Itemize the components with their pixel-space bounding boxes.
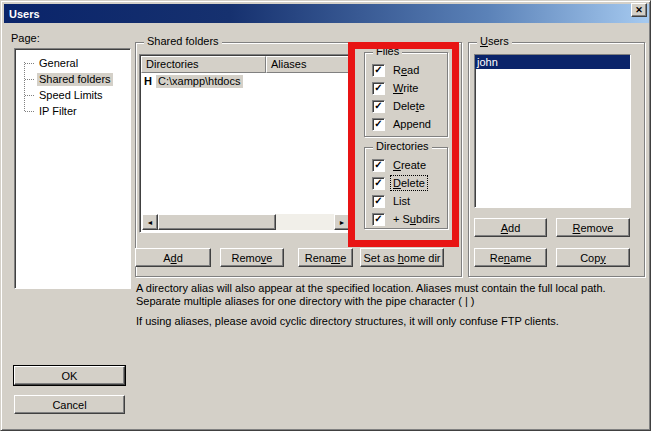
- user-item-selected[interactable]: john: [475, 55, 630, 69]
- tree-twig: [25, 79, 34, 80]
- checkbox-dirs-create[interactable]: ✓ Create: [365, 156, 447, 174]
- rename-user-button[interactable]: Rename: [474, 248, 547, 267]
- page-tree: General Shared folders Speed Limits IP F…: [14, 48, 131, 289]
- checkbox-dirs-delete[interactable]: ✓ Delete: [365, 174, 447, 192]
- checked-checkbox-icon[interactable]: ✓: [372, 82, 385, 95]
- checked-checkbox-icon[interactable]: ✓: [372, 195, 385, 208]
- checked-checkbox-icon[interactable]: ✓: [372, 159, 385, 172]
- tree-item-label: General: [37, 57, 80, 70]
- tree-item-label-selected: Shared folders: [37, 73, 113, 86]
- scroll-left-icon[interactable]: ◄: [142, 214, 158, 230]
- users-list[interactable]: john: [474, 54, 631, 208]
- column-header-directories[interactable]: Directories: [141, 56, 266, 73]
- remove-user-button[interactable]: Remove: [556, 218, 630, 237]
- set-as-home-dir-button[interactable]: Set as home dir: [360, 248, 444, 267]
- checked-checkbox-icon[interactable]: ✓: [372, 100, 385, 113]
- remove-folder-button[interactable]: Remove: [220, 248, 284, 267]
- checkbox-files-write[interactable]: ✓ Write: [365, 79, 447, 97]
- rename-folder-button[interactable]: Rename: [298, 248, 353, 267]
- files-group: Files ✓ Read ✓ Write ✓ Delete ✓ Append: [364, 52, 448, 137]
- add-folder-button[interactable]: Add: [135, 248, 211, 267]
- title-bar: Users: [4, 4, 649, 23]
- directory-row[interactable]: H C:\xampp\htdocs: [141, 73, 351, 89]
- checkbox-files-append[interactable]: ✓ Append: [365, 115, 447, 133]
- checked-checkbox-icon[interactable]: ✓: [372, 64, 385, 77]
- users-group-label: Users: [477, 35, 512, 48]
- alias-note: A directory alias will also appear at th…: [136, 282, 651, 308]
- checkbox-dirs-list[interactable]: ✓ List: [365, 192, 447, 210]
- directories-group: Directories ✓ Create ✓ Delete ✓ List ✓ +…: [364, 147, 448, 229]
- directory-path: C:\xampp\htdocs: [156, 75, 243, 88]
- tree-item-shared-folders[interactable]: Shared folders: [15, 71, 130, 87]
- checked-checkbox-icon[interactable]: ✓: [372, 213, 385, 226]
- tree-twig: [25, 95, 34, 96]
- copy-user-button[interactable]: Copy: [556, 248, 630, 267]
- tree-item-ip-filter[interactable]: IP Filter: [15, 103, 130, 119]
- directories-group-label: Directories: [373, 140, 432, 153]
- shared-folders-group-label: Shared folders: [144, 35, 222, 48]
- scrollbar-thumb[interactable]: [158, 214, 276, 230]
- checked-checkbox-icon[interactable]: ✓: [372, 177, 385, 190]
- list-header: Directories Aliases: [141, 56, 351, 73]
- cyclic-note: If using aliases, please avoid cyclic di…: [136, 315, 651, 328]
- close-icon[interactable]: ✕: [631, 3, 647, 17]
- files-group-label: Files: [373, 45, 402, 58]
- tree-item-general[interactable]: General: [15, 55, 130, 71]
- window-title: Users: [9, 8, 40, 20]
- tree-twig: [25, 63, 34, 64]
- home-flag: H: [144, 75, 152, 87]
- cancel-button[interactable]: Cancel: [14, 395, 125, 414]
- page-label: Page:: [11, 32, 40, 44]
- tree-twig: [25, 111, 34, 112]
- horizontal-scrollbar[interactable]: ◄ ►: [142, 214, 350, 230]
- scrollbar-track[interactable]: [276, 214, 334, 230]
- ok-button[interactable]: OK: [14, 366, 125, 385]
- add-user-button[interactable]: Add: [474, 218, 547, 237]
- tree-item-label: IP Filter: [37, 105, 79, 118]
- scroll-right-icon[interactable]: ►: [334, 214, 350, 230]
- checkbox-dirs-subdirs[interactable]: ✓ + Subdirs: [365, 210, 447, 228]
- tree-item-label: Speed Limits: [37, 89, 105, 102]
- checkbox-files-delete[interactable]: ✓ Delete: [365, 97, 447, 115]
- tree-item-speed-limits[interactable]: Speed Limits: [15, 87, 130, 103]
- checkbox-files-read[interactable]: ✓ Read: [365, 61, 447, 79]
- checked-checkbox-icon[interactable]: ✓: [372, 118, 385, 131]
- directories-list: Directories Aliases H C:\xampp\htdocs ◄ …: [139, 54, 353, 233]
- column-header-aliases[interactable]: Aliases: [266, 56, 351, 73]
- users-dialog: Users ✕ Page: General Shared folders Spe…: [0, 0, 651, 431]
- alias-help-text: A directory alias will also appear at th…: [136, 282, 651, 328]
